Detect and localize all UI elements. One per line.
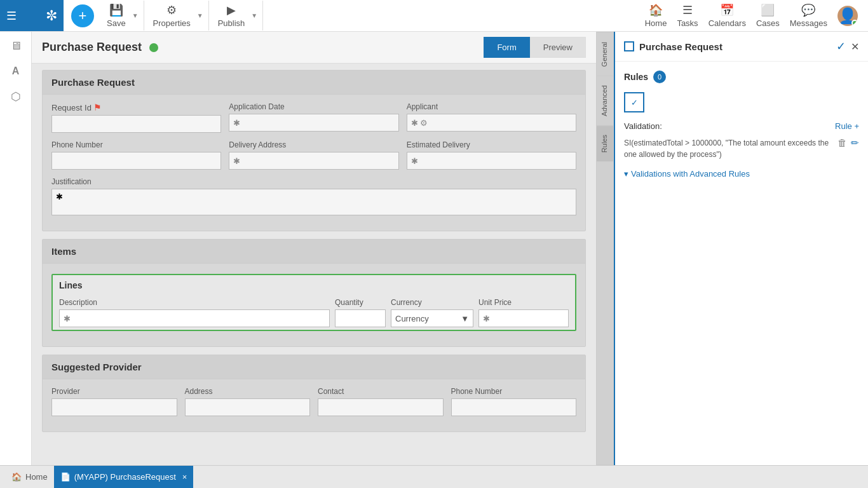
- toolbar-right: 🏠 Home ☰ Tasks 📅 Calendars ⬜ Cases 💬 Mes…: [645, 3, 868, 28]
- sidebar-monitor-icon[interactable]: 🖥: [10, 39, 22, 53]
- edit-rule-button[interactable]: ✏: [851, 137, 859, 149]
- hamburger-icon[interactable]: ☰: [6, 9, 17, 23]
- form-title: Purchase Request: [42, 41, 142, 54]
- provider-input[interactable]: [51, 398, 177, 416]
- unit-price-input[interactable]: ✱: [478, 309, 569, 327]
- nav-home[interactable]: 🏠 Home: [645, 3, 667, 28]
- applicant-input[interactable]: ✱ ⚙: [407, 114, 576, 132]
- qty-input[interactable]: [335, 309, 386, 327]
- side-tabs: General Advanced Rules: [596, 32, 614, 465]
- phone-number-label: Phone Number: [51, 140, 221, 149]
- address-input[interactable]: [185, 398, 311, 416]
- nav-cases[interactable]: ⬜ Cases: [756, 3, 780, 28]
- status-dot: [149, 43, 158, 52]
- qty-label: Quantity: [335, 298, 386, 307]
- required-icon: ⚑: [93, 102, 102, 112]
- save-button[interactable]: 💾 Save: [102, 1, 131, 30]
- side-tab-rules[interactable]: Rules: [597, 125, 613, 161]
- unit-price-label: Unit Price: [478, 298, 569, 307]
- section-provider-body: Provider Address Contact: [43, 379, 585, 431]
- home-bottom-label: Home: [25, 472, 48, 482]
- field-applicant: Applicant ✱ ⚙: [407, 102, 576, 133]
- field-phone-number: Phone Number: [51, 140, 221, 170]
- panel-confirm-icon[interactable]: ✓: [836, 39, 846, 53]
- rules-label: Rules: [624, 72, 648, 82]
- add-rule-button[interactable]: Rule +: [835, 121, 859, 131]
- section-items: Items Lines Description ✱: [42, 239, 586, 347]
- provider-phone-label: Phone Number: [451, 387, 577, 396]
- lines-section: Lines Description ✱ Quantity: [51, 274, 576, 331]
- delivery-address-label: Delivery Address: [229, 140, 398, 149]
- estimated-delivery-label: Estimated Delivery: [407, 140, 576, 149]
- field-provider: Provider: [51, 387, 177, 416]
- delivery-address-input[interactable]: ✱: [229, 152, 398, 170]
- currency-select[interactable]: Currency ▼: [391, 309, 473, 327]
- avatar-status-dot: [851, 20, 858, 26]
- section-items-header: Items: [43, 240, 585, 264]
- content-area: Purchase Request Form Preview Purchase R…: [32, 32, 596, 465]
- bottom-home[interactable]: 🏠 Home: [5, 472, 54, 482]
- tasks-icon: ☰: [682, 3, 693, 17]
- field-contact: Contact: [318, 387, 444, 416]
- rules-check-button[interactable]: ✓: [624, 92, 644, 112]
- lines-columns: Description ✱ Quantity Currency: [53, 295, 575, 330]
- section-purchase-request-body: Request Id ⚑ Application Date ✱: [43, 95, 585, 231]
- rules-header: Rules 0: [624, 71, 859, 83]
- delete-rule-button[interactable]: 🗑: [837, 137, 847, 148]
- home-bottom-icon: 🏠: [11, 472, 22, 482]
- justification-textarea[interactable]: ✱: [51, 189, 576, 215]
- validation-label: Validation:: [624, 121, 662, 131]
- publish-dropdown[interactable]: ▼: [250, 12, 259, 19]
- properties-button[interactable]: ⚙ Properties: [148, 1, 196, 30]
- cases-label: Cases: [756, 18, 780, 28]
- contact-input[interactable]: [318, 398, 444, 416]
- panel-close-icon[interactable]: ✕: [851, 41, 859, 53]
- sidebar-text-icon[interactable]: A: [12, 65, 20, 77]
- panel-checkbox[interactable]: [624, 41, 634, 51]
- provider-phone-input[interactable]: [451, 398, 577, 416]
- avatar[interactable]: 👤: [837, 6, 858, 26]
- application-date-input[interactable]: ✱: [229, 114, 398, 132]
- nav-tasks[interactable]: ☰ Tasks: [677, 3, 698, 28]
- main-area: 🖥 A ⬡ Purchase Request Form Preview: [0, 32, 868, 465]
- logo-icon: ✼: [46, 8, 57, 24]
- properties-icon: ⚙: [166, 3, 177, 17]
- desc-input[interactable]: ✱: [59, 309, 330, 327]
- save-dropdown[interactable]: ▼: [131, 12, 140, 19]
- add-button[interactable]: +: [71, 4, 94, 27]
- publish-button[interactable]: ▶ Publish: [213, 1, 250, 30]
- field-delivery-address: Delivery Address ✱: [229, 140, 398, 170]
- form-header: Purchase Request Form Preview: [32, 32, 596, 64]
- tab-form[interactable]: Form: [484, 37, 529, 58]
- tab-preview[interactable]: Preview: [530, 37, 586, 58]
- advanced-rules-button[interactable]: ▾ Validations with Advanced Rules: [624, 169, 859, 179]
- provider-row: Provider Address Contact: [51, 387, 576, 416]
- request-id-input[interactable]: [51, 115, 221, 133]
- estimated-delivery-input[interactable]: ✱: [407, 152, 576, 170]
- form-and-side: Purchase Request Form Preview Purchase R…: [32, 32, 614, 465]
- bottom-tab-purchase-request[interactable]: 📄 (MYAPP) PurchaseRequest ×: [54, 466, 194, 489]
- nav-messages[interactable]: 💬 Messages: [790, 3, 827, 28]
- home-icon: 🏠: [649, 3, 663, 17]
- phone-number-input[interactable]: [51, 152, 221, 170]
- col-unit-price: Unit Price ✱: [478, 298, 569, 327]
- address-label: Address: [185, 387, 311, 396]
- right-panel: Purchase Request ✓ ✕ Rules 0 ✓ Validatio…: [614, 32, 868, 465]
- field-application-date: Application Date ✱: [229, 102, 398, 133]
- home-label: Home: [645, 18, 667, 28]
- field-estimated-delivery: Estimated Delivery ✱: [407, 140, 576, 170]
- items-body: Lines Description ✱ Quantity: [43, 264, 585, 346]
- sidebar-shape-icon[interactable]: ⬡: [11, 90, 21, 104]
- bottom-bar: 🏠 Home 📄 (MYAPP) PurchaseRequest ×: [0, 465, 868, 488]
- side-tab-advanced[interactable]: Advanced: [597, 76, 613, 125]
- request-id-label: Request Id ⚑: [51, 102, 221, 112]
- justification-label: Justification: [51, 177, 576, 186]
- properties-dropdown[interactable]: ▼: [196, 12, 205, 19]
- messages-icon: 💬: [801, 3, 815, 17]
- save-group: 💾 Save ▼: [102, 1, 144, 30]
- currency-dropdown-icon: ▼: [461, 314, 469, 323]
- side-tab-general[interactable]: General: [597, 32, 613, 76]
- nav-calendars[interactable]: 📅 Calendars: [709, 3, 746, 28]
- bottom-tab-close[interactable]: ×: [182, 472, 187, 482]
- tasks-label: Tasks: [677, 18, 698, 28]
